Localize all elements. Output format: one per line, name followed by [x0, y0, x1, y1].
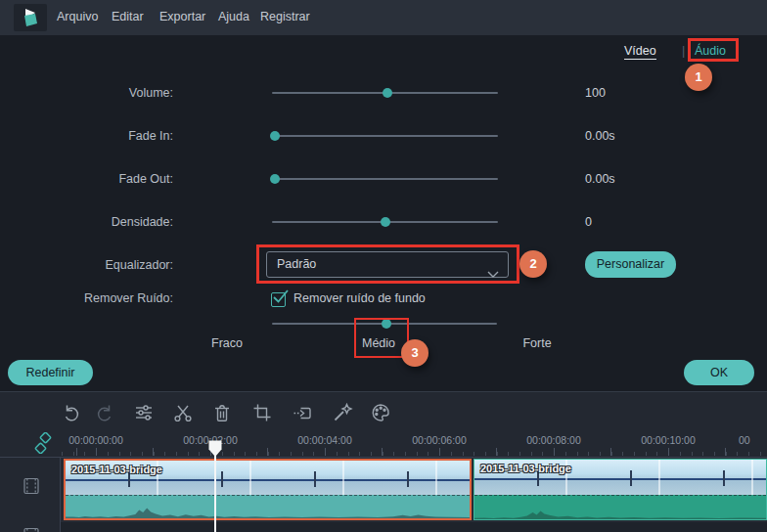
fade-in-label: Fade In:	[0, 129, 173, 143]
volume-slider[interactable]	[272, 92, 498, 94]
crop-icon[interactable]	[251, 402, 273, 423]
menubar: Arquivo Editar Exportar Ajuda Registrar	[0, 0, 767, 35]
fade-in-value: 0.00s	[585, 129, 615, 143]
annotation-redbox-audio-tab	[688, 38, 739, 62]
fade-out-slider[interactable]	[272, 178, 498, 180]
annotation-callout-3: 3	[401, 339, 429, 367]
timeline-clip-2[interactable]: 2015-11-03-bridge	[474, 459, 767, 520]
annotation-redbox-equalizer	[256, 244, 519, 284]
noise-level-fraco: Fraco	[198, 336, 256, 350]
timeline-clip-1[interactable]: 2015-11-03-bridge	[64, 459, 472, 520]
clip-2-audio-waveform	[474, 495, 766, 519]
ruler-timestamp: 00:00:00:00	[62, 434, 130, 446]
ok-button[interactable]: OK	[684, 360, 754, 385]
density-slider[interactable]	[272, 221, 498, 223]
menu-exportar[interactable]: Exportar	[159, 10, 205, 23]
redo-icon[interactable]	[94, 402, 115, 423]
second-track-lane[interactable]	[61, 522, 767, 532]
fade-out-label: Fade Out:	[0, 172, 173, 186]
clip-label: 2015-11-03-bridge	[480, 463, 571, 474]
density-value: 0	[585, 215, 592, 229]
ruler-timestamp: 00:00:08:00	[519, 434, 588, 446]
customize-button[interactable]: Personalizar	[585, 251, 676, 278]
magic-wand-icon[interactable]	[332, 402, 353, 423]
tab-separator: |	[682, 44, 685, 58]
playhead-line[interactable]	[214, 441, 216, 532]
menu-arquivo[interactable]: Arquivo	[57, 10, 98, 23]
export-to-icon[interactable]	[292, 402, 313, 423]
filmora-audio-settings-window: Arquivo Editar Exportar Ajuda Registrar …	[0, 0, 767, 532]
remove-noise-checkbox[interactable]	[271, 292, 286, 307]
volume-value: 100	[585, 86, 606, 100]
timeline-ruler[interactable]: 00:00:00:00 00:00:02:00 00:00:04:00 00:0…	[0, 428, 767, 458]
link-tracks-icon[interactable]	[32, 432, 54, 458]
color-palette-icon[interactable]	[370, 402, 391, 423]
ruler-timestamp: 00:00:06:00	[405, 434, 474, 446]
checkmark-icon	[273, 288, 289, 304]
equalizer-label: Equalizador:	[0, 258, 173, 272]
density-label: Densidade:	[0, 215, 173, 229]
audio-settings-panel: Vídeo | Áudio 1 Volume: 100 Fade In: 0.0…	[0, 35, 767, 391]
tab-video[interactable]: Vídeo	[624, 44, 656, 60]
film-track-icon	[22, 476, 41, 500]
fade-out-slider-thumb[interactable]	[270, 174, 280, 184]
reset-button[interactable]: Redefinir	[8, 360, 93, 385]
timeline: 00:00:00:00 00:00:02:00 00:00:04:00 00:0…	[0, 391, 767, 532]
fade-in-slider[interactable]	[272, 135, 498, 137]
film-track-icon-2	[22, 526, 41, 532]
ruler-timestamp: 00:00:10:00	[634, 434, 702, 446]
adjust-icon[interactable]	[133, 402, 155, 423]
undo-icon[interactable]	[61, 402, 82, 423]
scissors-cut-icon[interactable]	[172, 402, 194, 423]
density-slider-thumb[interactable]	[381, 217, 390, 227]
volume-label: Volume:	[0, 86, 173, 100]
clip-label: 2015-11-03-bridge	[71, 464, 162, 475]
video-track-header	[0, 458, 61, 532]
menu-ajuda[interactable]: Ajuda	[218, 10, 249, 23]
remove-noise-label: Remover Ruído:	[0, 291, 173, 305]
clip-1-audio-waveform	[66, 495, 470, 518]
ruler-timestamp: 00:00:04:00	[291, 434, 359, 446]
noise-level-forte: Forte	[508, 336, 566, 350]
annotation-callout-2: 2	[519, 250, 547, 278]
volume-slider-thumb[interactable]	[383, 88, 392, 98]
fade-in-slider-thumb[interactable]	[270, 131, 280, 141]
menu-editar[interactable]: Editar	[112, 10, 144, 23]
delete-trash-icon[interactable]	[211, 402, 233, 423]
fade-out-value: 0.00s	[585, 172, 615, 186]
app-logo-icon[interactable]	[14, 4, 47, 31]
ruler-timestamp-partial: 00	[739, 434, 767, 446]
menu-registrar[interactable]: Registrar	[260, 10, 310, 23]
remove-noise-checkbox-label: Remover ruído de fundo	[293, 291, 426, 305]
annotation-callout-1: 1	[685, 64, 712, 91]
ruler-major-ticks	[61, 448, 767, 456]
